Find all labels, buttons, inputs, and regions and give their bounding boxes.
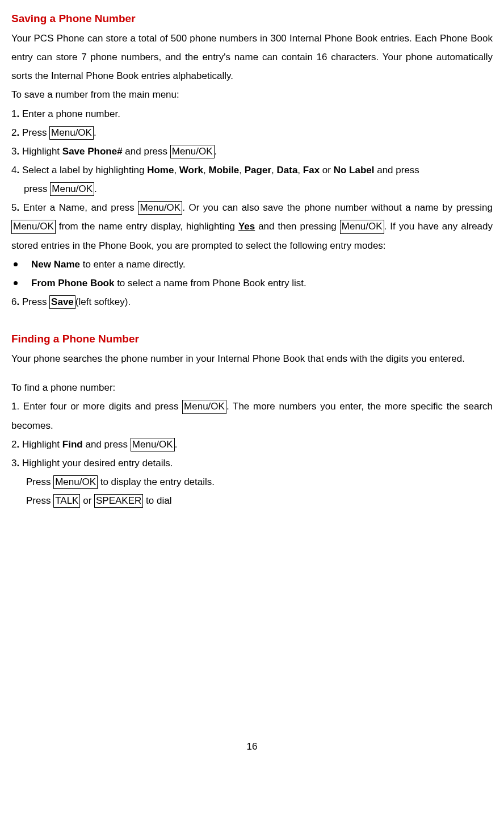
comma: , [297, 165, 303, 175]
find-step-1: 1. Enter four or more digits and press M… [11, 397, 493, 434]
or-text: or [320, 165, 334, 175]
step-text: Press [26, 495, 53, 506]
menu-ok-button-label: Menu/OK [170, 145, 215, 158]
step-text: to display the entry details. [98, 476, 215, 487]
step-6: 6. Press Save(left softkey). [11, 292, 493, 311]
bullet-icon [14, 281, 18, 285]
label-work: Work [179, 165, 203, 175]
step-text: Press [19, 296, 49, 307]
step-text: . [94, 127, 96, 138]
bullet-icon [14, 262, 18, 266]
sub-press-talk: Press TALK or SPEAKER to dial [11, 491, 493, 510]
menu-ok-button-label: Menu/OK [131, 438, 175, 451]
step-text: . [94, 183, 97, 194]
step-text: Highlight [19, 439, 62, 450]
label-fax: Fax [303, 165, 320, 175]
save-phone-label: Save Phone# [62, 146, 123, 157]
step-text: . [175, 439, 178, 450]
bullet-bold: New Name [31, 259, 80, 270]
step-text: Enter a Name, and press [19, 202, 138, 213]
step-text: press [24, 183, 50, 194]
menu-ok-button-label: Menu/OK [53, 475, 98, 489]
bullet-text: to select a name from Phone Book entry l… [114, 278, 306, 288]
step-text: 1. Enter four or more digits and press [11, 401, 182, 412]
bullet-from-phonebook: From Phone Book to select a name from Ph… [11, 274, 493, 292]
menu-ok-button-label: Menu/OK [50, 182, 94, 196]
talk-button-label: TALK [53, 494, 80, 508]
label-home: Home [147, 165, 174, 175]
intro-paragraph: Your phone searches the phone number in … [11, 349, 493, 368]
step-text: to dial [143, 495, 171, 506]
comma: , [239, 165, 244, 175]
step-3: 3. Highlight Save Phone# and press Menu/… [11, 142, 493, 161]
label-mobile: Mobile [208, 165, 239, 175]
step-text: and press [123, 146, 170, 157]
step-text: Highlight your desired entry details. [19, 458, 173, 469]
or-text: or [80, 495, 94, 506]
step-text: Select a label by highlighting [19, 165, 147, 175]
menu-ok-button-label: Menu/OK [340, 220, 384, 233]
section-heading-saving: Saving a Phone Number [11, 8, 493, 29]
bullet-bold: From Phone Book [31, 278, 114, 288]
step-text: . Or you can also save the phone number … [182, 202, 493, 213]
section-heading-finding: Finding a Phone Number [11, 328, 493, 349]
label-pager: Pager [245, 165, 271, 175]
menu-ok-button-label: Menu/OK [11, 220, 56, 233]
save-button-label: Save [49, 295, 75, 309]
bullet-text: to enter a name directly. [80, 259, 186, 270]
find-label: Find [62, 439, 83, 450]
lead-text: To save a number from the main menu: [11, 85, 493, 104]
lead-text: To find a phone number: [11, 378, 493, 397]
intro-paragraph: Your PCS Phone can store a total of 500 … [11, 29, 493, 85]
page-number: 16 [11, 737, 493, 756]
step-text: and press [374, 165, 419, 175]
menu-ok-button-label: Menu/OK [49, 126, 94, 140]
label-nolabel: No Label [334, 165, 375, 175]
bullet-new-name: New Name to enter a name directly. [11, 255, 493, 274]
find-step-3: 3. Highlight your desired entry details. [11, 454, 493, 472]
sub-press-menuok: Press Menu/OK to display the entry detai… [11, 472, 493, 491]
step-1: 1. Enter a phone number. [11, 104, 493, 123]
step-text: and then pressing [255, 221, 340, 232]
yes-label: Yes [238, 221, 255, 232]
step-4: 4. Select a label by highlighting Home, … [11, 161, 493, 179]
comma: , [174, 165, 179, 175]
menu-ok-button-label: Menu/OK [138, 201, 182, 215]
step-text: . [215, 146, 217, 157]
label-data: Data [276, 165, 297, 175]
step-5: 5. Enter a Name, and press Menu/OK. Or y… [11, 198, 493, 254]
find-step-2: 2. Highlight Find and press Menu/OK. [11, 435, 493, 454]
step-2: 2. Press Menu/OK. [11, 123, 493, 142]
step-text: from the name entry display, highlightin… [56, 221, 238, 232]
speaker-button-label: SPEAKER [94, 494, 143, 508]
step-text: Press [26, 476, 53, 487]
step-text: Press [19, 127, 49, 138]
step-text: and press [83, 439, 131, 450]
step-text: (left softkey). [75, 296, 131, 307]
step-4-cont: press Menu/OK. [11, 179, 493, 198]
step-text: Enter a phone number. [19, 108, 120, 119]
menu-ok-button-label: Menu/OK [182, 400, 226, 413]
step-text: Highlight [19, 146, 62, 157]
